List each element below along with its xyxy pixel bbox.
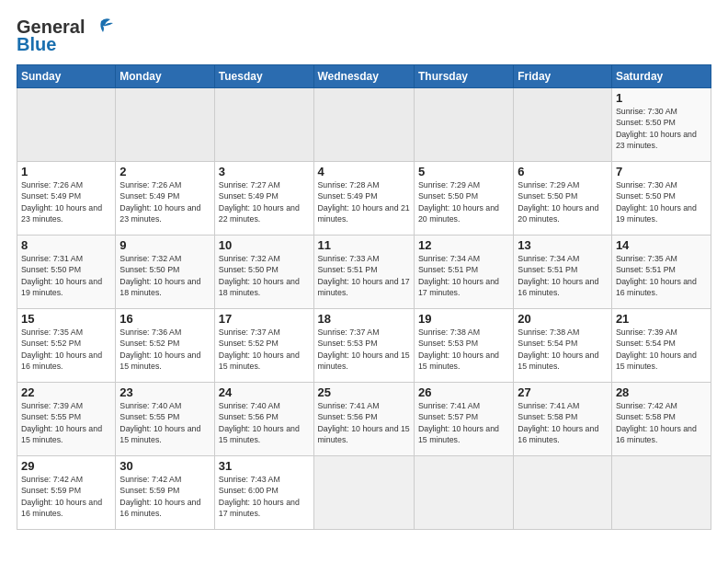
day-number: 9 [119, 238, 210, 252]
calendar-day-cell: 29Sunrise: 7:42 AMSunset: 5:59 PMDayligh… [17, 456, 116, 530]
day-info: Sunrise: 7:40 AMSunset: 5:55 PMDaylight:… [119, 400, 210, 445]
calendar-day-cell: 12Sunrise: 7:34 AMSunset: 5:51 PMDayligh… [414, 236, 513, 309]
day-number: 10 [219, 238, 310, 252]
calendar-day-cell [116, 88, 214, 162]
calendar-day-cell: 15Sunrise: 7:35 AMSunset: 5:52 PMDayligh… [17, 309, 116, 383]
calendar-day-cell [514, 456, 612, 530]
day-info: Sunrise: 7:42 AMSunset: 5:59 PMDaylight:… [21, 474, 111, 519]
calendar-day-cell: 28Sunrise: 7:42 AMSunset: 5:58 PMDayligh… [611, 383, 711, 456]
day-number: 4 [318, 165, 410, 178]
day-number: 11 [318, 238, 410, 252]
day-info: Sunrise: 7:32 AMSunset: 5:50 PMDaylight:… [119, 253, 210, 298]
calendar-day-cell: 9Sunrise: 7:32 AMSunset: 5:50 PMDaylight… [116, 236, 214, 309]
day-number: 26 [418, 385, 509, 399]
calendar-day-cell: 2Sunrise: 7:26 AMSunset: 5:49 PMDaylight… [116, 162, 214, 236]
calendar-day-cell [414, 456, 513, 530]
day-number: 3 [219, 165, 310, 178]
day-number: 25 [318, 385, 410, 399]
calendar-day-cell [514, 88, 612, 162]
day-number: 18 [318, 312, 410, 326]
calendar-day-cell: 3Sunrise: 7:27 AMSunset: 5:49 PMDaylight… [214, 162, 313, 236]
day-of-week-header: Friday [514, 65, 612, 88]
calendar-day-cell: 18Sunrise: 7:37 AMSunset: 5:53 PMDayligh… [313, 309, 414, 383]
day-number: 7 [616, 165, 707, 178]
calendar-day-cell: 1Sunrise: 7:26 AMSunset: 5:49 PMDaylight… [17, 162, 116, 236]
day-number: 2 [119, 165, 210, 178]
calendar-day-cell: 1Sunrise: 7:30 AMSunset: 5:50 PMDaylight… [611, 88, 711, 162]
calendar-day-cell: 13Sunrise: 7:34 AMSunset: 5:51 PMDayligh… [514, 236, 612, 309]
calendar-day-cell [313, 456, 414, 530]
calendar-day-cell: 7Sunrise: 7:30 AMSunset: 5:50 PMDaylight… [611, 162, 711, 236]
calendar-day-cell: 19Sunrise: 7:38 AMSunset: 5:53 PMDayligh… [414, 309, 513, 383]
day-info: Sunrise: 7:32 AMSunset: 5:50 PMDaylight:… [219, 253, 310, 298]
day-info: Sunrise: 7:33 AMSunset: 5:51 PMDaylight:… [318, 253, 410, 298]
day-info: Sunrise: 7:36 AMSunset: 5:52 PMDaylight:… [119, 327, 210, 372]
logo-blue: Blue [17, 34, 56, 55]
day-number: 29 [21, 459, 111, 473]
day-number: 22 [21, 385, 111, 399]
day-number: 23 [119, 385, 210, 399]
day-info: Sunrise: 7:29 AMSunset: 5:50 PMDaylight:… [418, 179, 509, 224]
day-info: Sunrise: 7:29 AMSunset: 5:50 PMDaylight:… [518, 179, 608, 224]
day-info: Sunrise: 7:34 AMSunset: 5:51 PMDaylight:… [418, 253, 509, 298]
calendar-day-cell: 6Sunrise: 7:29 AMSunset: 5:50 PMDaylight… [514, 162, 612, 236]
day-info: Sunrise: 7:40 AMSunset: 5:56 PMDaylight:… [219, 400, 310, 445]
calendar-day-cell: 25Sunrise: 7:41 AMSunset: 5:56 PMDayligh… [313, 383, 414, 456]
day-number: 27 [518, 385, 608, 399]
calendar-week-row: 8Sunrise: 7:31 AMSunset: 5:50 PMDaylight… [17, 236, 711, 309]
calendar-day-cell: 20Sunrise: 7:38 AMSunset: 5:54 PMDayligh… [514, 309, 612, 383]
calendar-day-cell [17, 88, 116, 162]
day-number: 24 [219, 385, 310, 399]
day-info: Sunrise: 7:35 AMSunset: 5:51 PMDaylight:… [616, 253, 707, 298]
day-info: Sunrise: 7:27 AMSunset: 5:49 PMDaylight:… [219, 179, 310, 224]
day-number: 1 [616, 91, 707, 105]
calendar-day-cell: 17Sunrise: 7:37 AMSunset: 5:52 PMDayligh… [214, 309, 313, 383]
day-info: Sunrise: 7:26 AMSunset: 5:49 PMDaylight:… [21, 179, 111, 224]
day-number: 12 [418, 238, 509, 252]
day-info: Sunrise: 7:38 AMSunset: 5:53 PMDaylight:… [418, 327, 509, 372]
calendar-day-cell: 10Sunrise: 7:32 AMSunset: 5:50 PMDayligh… [214, 236, 313, 309]
logo-bird-icon [88, 17, 114, 38]
day-info: Sunrise: 7:41 AMSunset: 5:56 PMDaylight:… [318, 400, 410, 445]
logo: General Blue [17, 17, 114, 55]
day-info: Sunrise: 7:42 AMSunset: 5:58 PMDaylight:… [616, 400, 707, 445]
day-of-week-header: Thursday [414, 65, 513, 88]
day-number: 5 [418, 165, 509, 178]
calendar-header-row: SundayMondayTuesdayWednesdayThursdayFrid… [17, 65, 711, 88]
calendar-day-cell: 22Sunrise: 7:39 AMSunset: 5:55 PMDayligh… [17, 383, 116, 456]
day-info: Sunrise: 7:38 AMSunset: 5:54 PMDaylight:… [518, 327, 608, 372]
day-info: Sunrise: 7:41 AMSunset: 5:57 PMDaylight:… [418, 400, 509, 445]
calendar-day-cell: 8Sunrise: 7:31 AMSunset: 5:50 PMDaylight… [17, 236, 116, 309]
day-number: 28 [616, 385, 707, 399]
page: General Blue SundayMondayTuesdayWednesda… [0, 0, 728, 563]
day-number: 20 [518, 312, 608, 326]
calendar-day-cell: 31Sunrise: 7:43 AMSunset: 6:00 PMDayligh… [214, 456, 313, 530]
calendar-day-cell: 4Sunrise: 7:28 AMSunset: 5:49 PMDaylight… [313, 162, 414, 236]
day-info: Sunrise: 7:42 AMSunset: 5:59 PMDaylight:… [119, 474, 210, 519]
day-of-week-header: Monday [116, 65, 214, 88]
calendar-week-row: 15Sunrise: 7:35 AMSunset: 5:52 PMDayligh… [17, 309, 711, 383]
day-number: 6 [518, 165, 608, 178]
header: General Blue [17, 17, 711, 55]
day-info: Sunrise: 7:30 AMSunset: 5:50 PMDaylight:… [616, 179, 707, 224]
day-of-week-header: Saturday [611, 65, 711, 88]
day-number: 19 [418, 312, 509, 326]
day-info: Sunrise: 7:35 AMSunset: 5:52 PMDaylight:… [21, 327, 111, 372]
day-number: 31 [219, 459, 310, 473]
day-number: 15 [21, 312, 111, 326]
day-info: Sunrise: 7:39 AMSunset: 5:55 PMDaylight:… [21, 400, 111, 445]
calendar-day-cell [414, 88, 513, 162]
calendar-day-cell: 30Sunrise: 7:42 AMSunset: 5:59 PMDayligh… [116, 456, 214, 530]
day-of-week-header: Sunday [17, 65, 116, 88]
calendar-day-cell: 27Sunrise: 7:41 AMSunset: 5:58 PMDayligh… [514, 383, 612, 456]
calendar-table: SundayMondayTuesdayWednesdayThursdayFrid… [17, 64, 711, 530]
calendar-day-cell: 11Sunrise: 7:33 AMSunset: 5:51 PMDayligh… [313, 236, 414, 309]
day-info: Sunrise: 7:37 AMSunset: 5:53 PMDaylight:… [318, 327, 410, 372]
calendar-day-cell: 5Sunrise: 7:29 AMSunset: 5:50 PMDaylight… [414, 162, 513, 236]
calendar-day-cell: 26Sunrise: 7:41 AMSunset: 5:57 PMDayligh… [414, 383, 513, 456]
calendar-week-row: 1Sunrise: 7:26 AMSunset: 5:49 PMDaylight… [17, 162, 711, 236]
day-number: 21 [616, 312, 707, 326]
day-number: 16 [119, 312, 210, 326]
calendar-week-row: 22Sunrise: 7:39 AMSunset: 5:55 PMDayligh… [17, 383, 711, 456]
day-info: Sunrise: 7:31 AMSunset: 5:50 PMDaylight:… [21, 253, 111, 298]
